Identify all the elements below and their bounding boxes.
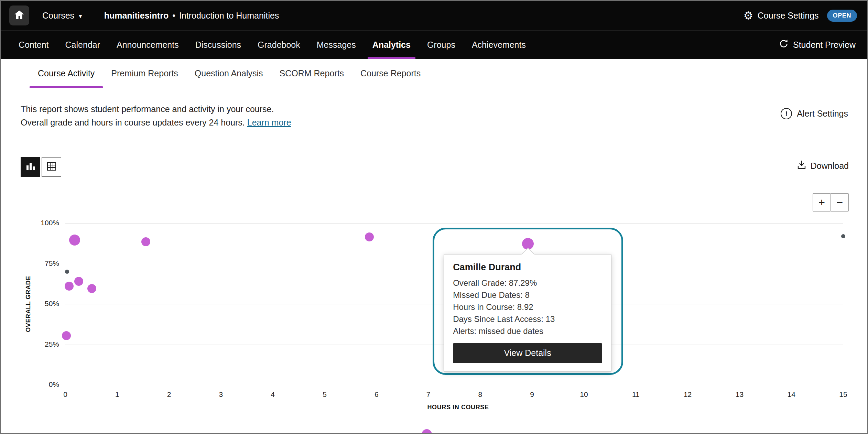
x-tick-label: 15 xyxy=(839,390,847,399)
x-tick-label: 5 xyxy=(323,390,327,399)
zoom-in-button[interactable]: + xyxy=(813,193,831,211)
view-details-button[interactable]: View Details xyxy=(453,343,602,363)
gridline xyxy=(65,385,843,385)
tab-discussions[interactable]: Discussions xyxy=(191,31,246,59)
y-tick-label: 50% xyxy=(28,300,59,308)
student-preview-button[interactable]: Student Preview xyxy=(779,31,856,59)
home-icon xyxy=(14,10,24,21)
tab-gradebook[interactable]: Gradebook xyxy=(253,31,305,59)
tab-announcements[interactable]: Announcements xyxy=(112,31,184,59)
gear-icon: ⚙ xyxy=(744,10,753,21)
home-button[interactable] xyxy=(9,6,29,25)
course-nav-tabs: Content Calendar Announcements Discussio… xyxy=(14,31,538,59)
zoom-out-button[interactable]: − xyxy=(831,193,849,211)
report-description-line2: Overall grade and hours in course update… xyxy=(21,116,291,129)
tab-analytics[interactable]: Analytics xyxy=(368,31,415,59)
learn-more-link[interactable]: Learn more xyxy=(247,118,291,127)
alert-settings-label: Alert Settings xyxy=(797,109,848,119)
tooltip-missed-due-dates: Missed Due Dates: 8 xyxy=(453,289,602,301)
x-tick-label: 7 xyxy=(426,390,431,399)
tab-content[interactable]: Content xyxy=(14,31,54,59)
chart-view-button[interactable] xyxy=(21,157,40,177)
data-point[interactable] xyxy=(87,284,96,293)
x-axis-title: HOURS IN COURSE xyxy=(427,404,489,411)
analytics-subnav: Course Activity Premium Reports Question… xyxy=(1,59,867,88)
bar-chart-icon xyxy=(25,161,36,173)
data-point[interactable] xyxy=(141,237,150,246)
download-label: Download xyxy=(811,161,849,171)
subtab-course-activity[interactable]: Course Activity xyxy=(30,59,103,88)
data-point[interactable] xyxy=(841,234,845,238)
student-tooltip: Camille Durand Overall Grade: 87.29% Mis… xyxy=(444,254,611,372)
y-tick-label: 100% xyxy=(28,219,59,227)
x-tick-label: 6 xyxy=(375,390,379,399)
zoom-controls: + − xyxy=(813,193,849,211)
chevron-down-icon: ▾ xyxy=(79,12,82,20)
courses-menu[interactable]: Courses ▾ xyxy=(42,11,82,21)
report-description: This report shows student performance an… xyxy=(21,102,291,129)
tooltip-overall-grade: Overall Grade: 87.29% xyxy=(453,277,602,289)
x-tick-label: 12 xyxy=(684,390,692,399)
data-point[interactable] xyxy=(74,277,83,286)
open-badge[interactable]: OPEN xyxy=(827,10,857,22)
tab-groups[interactable]: Groups xyxy=(422,31,460,59)
breadcrumb-separator: • xyxy=(172,11,175,21)
x-tick-label: 8 xyxy=(478,390,482,399)
alert-icon: ! xyxy=(781,108,792,119)
analytics-subnav-tabs: Course Activity Premium Reports Question… xyxy=(30,59,429,88)
table-grid-icon xyxy=(46,161,57,173)
alert-settings-button[interactable]: ! Alert Settings xyxy=(781,108,848,119)
tab-achievements[interactable]: Achievements xyxy=(467,31,531,59)
subtab-course-reports[interactable]: Course Reports xyxy=(352,59,429,88)
report-description-line1: This report shows student performance an… xyxy=(21,102,291,116)
page: Courses ▾ humanitiesintro • Introduction… xyxy=(0,0,868,434)
breadcrumb: humanitiesintro • Introduction to Humani… xyxy=(104,11,279,21)
course-settings-button[interactable]: ⚙ Course Settings xyxy=(744,10,819,21)
download-button[interactable]: Download xyxy=(796,160,849,172)
tooltip-hours-in-course: Hours in Course: 8.92 xyxy=(453,301,602,313)
tooltip-student-name: Camille Durand xyxy=(453,262,602,273)
y-tick-label: 0% xyxy=(28,380,59,389)
topbar: Courses ▾ humanitiesintro • Introduction… xyxy=(1,1,867,30)
tooltip-days-since-last-access: Days Since Last Access: 13 xyxy=(453,313,602,325)
tooltip-alerts: Alerts: missed due dates xyxy=(453,325,602,337)
data-point[interactable] xyxy=(62,331,71,340)
x-tick-label: 2 xyxy=(167,390,171,399)
data-point[interactable] xyxy=(65,282,74,291)
x-tick-label: 11 xyxy=(632,390,640,399)
course-settings-label: Course Settings xyxy=(758,11,819,21)
data-point[interactable] xyxy=(69,235,80,246)
course-id: humanitiesintro xyxy=(104,11,169,21)
y-tick-label: 25% xyxy=(28,340,59,348)
x-tick-label: 9 xyxy=(530,390,534,399)
data-point-partial[interactable] xyxy=(422,429,432,434)
download-icon xyxy=(796,160,807,172)
gridline xyxy=(65,223,843,224)
subtab-question-analysis[interactable]: Question Analysis xyxy=(186,59,271,88)
refresh-icon xyxy=(779,39,789,51)
data-point[interactable] xyxy=(365,232,374,241)
x-tick-label: 1 xyxy=(115,390,119,399)
tab-calendar[interactable]: Calendar xyxy=(61,31,105,59)
x-tick-label: 13 xyxy=(736,390,744,399)
data-point[interactable] xyxy=(65,270,69,274)
course-title: Introduction to Humanities xyxy=(179,11,279,21)
table-view-button[interactable] xyxy=(42,157,61,177)
x-tick-label: 0 xyxy=(63,390,67,399)
x-tick-label: 14 xyxy=(788,390,795,399)
subtab-premium-reports[interactable]: Premium Reports xyxy=(103,59,186,88)
y-tick-label: 75% xyxy=(28,259,59,268)
x-tick-label: 4 xyxy=(271,390,275,399)
view-toggle xyxy=(21,157,61,177)
subtab-scorm-reports[interactable]: SCORM Reports xyxy=(271,59,352,88)
student-preview-label: Student Preview xyxy=(793,40,856,50)
courses-label: Courses xyxy=(42,11,74,21)
topbar-right: ⚙ Course Settings OPEN xyxy=(744,10,857,22)
tab-messages[interactable]: Messages xyxy=(312,31,361,59)
x-tick-label: 10 xyxy=(580,390,588,399)
course-nav: Content Calendar Announcements Discussio… xyxy=(1,30,867,59)
x-tick-label: 3 xyxy=(219,390,223,399)
report-description-line2-text: Overall grade and hours in course update… xyxy=(21,118,245,127)
